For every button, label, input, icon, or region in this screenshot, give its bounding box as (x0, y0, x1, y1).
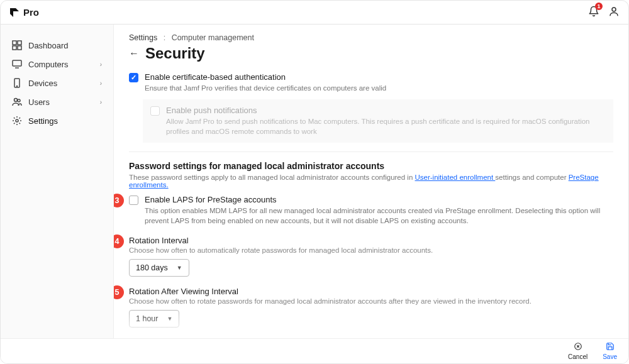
dashboard-icon (12, 40, 22, 50)
sidebar-label: Settings (28, 116, 58, 126)
rotation-view-select[interactable]: 1 hour ▼ (129, 310, 179, 328)
laps-label: Enable LAPS for PreStage accounts (145, 195, 613, 204)
rotation-view-desc: Choose how often to rotate passwords for… (129, 297, 613, 305)
laps-desc: This option enables MDM LAPS for all new… (145, 206, 613, 226)
sidebar-item-settings[interactable]: Settings (7, 111, 107, 130)
cancel-icon (574, 342, 582, 353)
rotation-desc: Choose how often to automatically rotate… (129, 246, 613, 254)
svg-point-0 (612, 8, 616, 11)
breadcrumb-leaf[interactable]: Computer management (172, 33, 254, 42)
chevron-right-icon: › (100, 61, 102, 68)
device-icon (12, 78, 22, 88)
push-label: Enable push notifications (166, 106, 606, 115)
logo-icon (9, 8, 19, 18)
svg-point-10 (16, 119, 18, 122)
gear-icon (12, 116, 22, 126)
sidebar-item-dashboard[interactable]: Dashboard (7, 36, 107, 55)
cert-auth-desc: Ensure that Jamf Pro verifies that devic… (145, 83, 386, 93)
svg-rect-3 (13, 46, 16, 50)
save-button[interactable]: Save (603, 342, 617, 360)
notifications-button[interactable]: 1 (588, 6, 599, 19)
svg-point-8 (14, 99, 18, 102)
sidebar-label: Dashboard (28, 41, 69, 50)
rotation-label: Rotation Interval (129, 236, 613, 245)
sidebar: Dashboard Computers › Devices › (1, 25, 114, 338)
svg-rect-5 (13, 60, 21, 66)
sidebar-label: Computers (28, 60, 69, 69)
brand: Pro (9, 7, 39, 18)
back-arrow-icon[interactable]: ← (129, 48, 139, 59)
save-icon (606, 342, 615, 353)
password-section-desc: These password settings apply to all man… (129, 174, 613, 189)
svg-point-7 (17, 86, 18, 87)
sidebar-item-users[interactable]: Users › (7, 92, 107, 111)
push-notifications-box: Enable push notifications Allow Jamf Pro… (143, 99, 613, 143)
chevron-right-icon: › (100, 99, 102, 106)
cert-auth-checkbox[interactable] (129, 73, 138, 82)
cert-auth-label: Enable certificate-based authentication (145, 72, 386, 82)
notification-badge: 1 (595, 3, 603, 10)
caret-down-icon: ▼ (177, 265, 182, 271)
brand-name: Pro (23, 7, 39, 18)
footer-bar: Cancel Save (1, 338, 628, 363)
users-icon (12, 97, 22, 107)
chevron-right-icon: › (100, 80, 102, 87)
top-bar: Pro 1 (1, 1, 628, 25)
computer-icon (12, 59, 22, 69)
save-label: Save (603, 353, 617, 360)
svg-point-9 (18, 99, 20, 102)
page-title: Security (145, 45, 205, 62)
annotation-marker-5: 5 (114, 285, 124, 299)
password-section-title: Password settings for managed local admi… (129, 161, 613, 171)
laps-checkbox[interactable] (129, 196, 138, 205)
cancel-button[interactable]: Cancel (568, 342, 587, 360)
push-checkbox (150, 106, 160, 116)
account-button[interactable] (608, 6, 620, 19)
annotation-marker-3: 3 (114, 194, 124, 207)
annotation-marker-4: 4 (114, 234, 124, 248)
rotation-view-label: Rotation After Viewing Interval (129, 287, 613, 296)
caret-down-icon: ▼ (167, 316, 172, 322)
breadcrumb-sep: : (164, 33, 165, 42)
rotation-select[interactable]: 180 days ▼ (129, 259, 189, 277)
sidebar-item-devices[interactable]: Devices › (7, 74, 107, 92)
rotation-value: 180 days (136, 263, 168, 272)
breadcrumb: Settings : Computer management (129, 33, 613, 42)
user-enrollment-link[interactable]: User-initiated enrollment (415, 174, 496, 181)
sidebar-label: Users (28, 97, 50, 107)
cancel-label: Cancel (568, 353, 587, 360)
svg-rect-2 (18, 41, 21, 45)
sidebar-label: Devices (28, 79, 57, 88)
rotation-view-value: 1 hour (136, 314, 158, 323)
topbar-actions: 1 (588, 6, 620, 19)
svg-rect-4 (18, 46, 21, 50)
push-desc: Allow Jamf Pro to send push notification… (166, 116, 606, 136)
main-content: Settings : Computer management ← Securit… (114, 25, 628, 338)
svg-rect-1 (13, 41, 16, 45)
breadcrumb-root[interactable]: Settings (129, 33, 157, 42)
sidebar-item-computers[interactable]: Computers › (7, 55, 107, 74)
